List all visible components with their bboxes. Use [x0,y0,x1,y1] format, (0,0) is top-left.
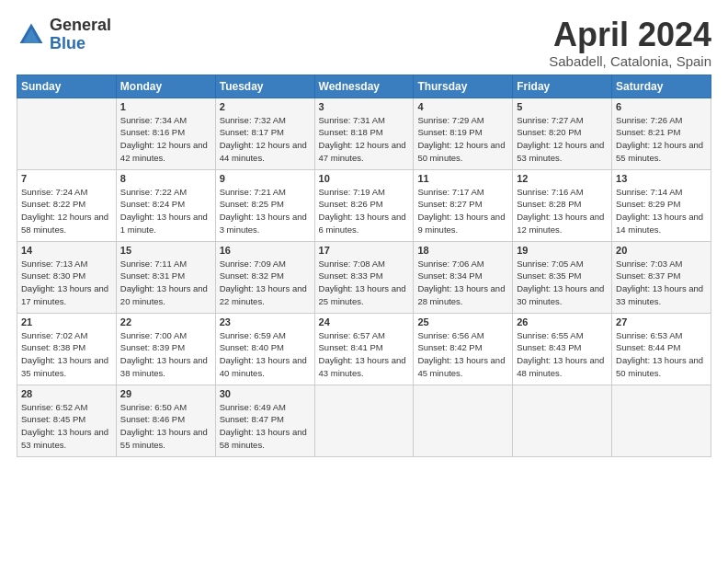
calendar-table: Sunday Monday Tuesday Wednesday Thursday… [17,75,711,457]
day-info: Sunrise: 7:17 AM Sunset: 8:27 PM Dayligh… [417,186,508,236]
cell-0-1: 1 Sunrise: 7:34 AM Sunset: 8:16 PM Dayli… [116,98,215,169]
day-info: Sunrise: 6:57 AM Sunset: 8:41 PM Dayligh… [319,329,410,380]
daylight-text: Daylight: 13 hours and 28 minutes. [417,283,505,306]
daylight-text: Daylight: 13 hours and 3 minutes. [220,212,307,235]
sunset-text: Sunset: 8:35 PM [517,270,581,281]
cell-1-1: 8 Sunrise: 7:22 AM Sunset: 8:24 PM Dayli… [116,169,215,241]
daylight-text: Daylight: 12 hours and 47 minutes. [319,140,406,163]
day-info: Sunrise: 7:08 AM Sunset: 8:33 PM Dayligh… [319,258,410,308]
cell-4-5 [513,385,612,456]
day-info: Sunrise: 7:19 AM Sunset: 8:26 PM Dayligh… [319,186,410,236]
col-thursday: Thursday [414,75,513,98]
daylight-text: Daylight: 13 hours and 45 minutes. [417,355,505,378]
daylight-text: Daylight: 12 hours and 44 minutes. [220,140,307,163]
day-number: 9 [220,173,311,184]
sunrise-text: Sunrise: 7:14 AM [616,187,682,197]
day-info: Sunrise: 6:59 AM Sunset: 8:40 PM Dayligh… [220,329,311,380]
cell-2-1: 15 Sunrise: 7:11 AM Sunset: 8:31 PM Dayl… [116,241,215,313]
daylight-text: Daylight: 12 hours and 55 minutes. [616,140,703,163]
day-info: Sunrise: 7:00 AM Sunset: 8:39 PM Dayligh… [120,329,211,380]
col-tuesday: Tuesday [215,75,314,98]
day-number: 24 [319,316,410,327]
day-number: 26 [517,316,608,327]
sunset-text: Sunset: 8:44 PM [616,342,680,352]
daylight-text: Daylight: 13 hours and 38 minutes. [120,355,208,378]
sunset-text: Sunset: 8:31 PM [120,270,185,281]
day-number: 11 [417,173,508,184]
day-info: Sunrise: 7:26 AM Sunset: 8:21 PM Dayligh… [616,114,707,165]
title-block: April 2024 Sabadell, Catalonia, Spain [549,17,711,69]
day-number: 22 [120,316,211,327]
daylight-text: Daylight: 13 hours and 1 minute. [120,212,208,235]
day-number: 25 [417,316,508,327]
day-info: Sunrise: 7:16 AM Sunset: 8:28 PM Dayligh… [517,186,608,236]
cell-0-2: 2 Sunrise: 7:32 AM Sunset: 8:17 PM Dayli… [215,98,314,169]
daylight-text: Daylight: 13 hours and 20 minutes. [120,283,208,306]
day-info: Sunrise: 7:14 AM Sunset: 8:29 PM Dayligh… [616,186,707,236]
cell-0-3: 3 Sunrise: 7:31 AM Sunset: 8:18 PM Dayli… [314,98,414,169]
sunrise-text: Sunrise: 6:49 AM [220,402,286,412]
day-info: Sunrise: 7:09 AM Sunset: 8:32 PM Dayligh… [220,258,311,308]
sunset-text: Sunset: 8:20 PM [517,127,581,137]
col-wednesday: Wednesday [314,75,414,98]
sunrise-text: Sunrise: 7:32 AM [220,115,286,125]
day-info: Sunrise: 7:21 AM Sunset: 8:25 PM Dayligh… [220,186,311,236]
sunrise-text: Sunrise: 7:03 AM [616,259,682,269]
week-row-0: 1 Sunrise: 7:34 AM Sunset: 8:16 PM Dayli… [17,98,711,169]
day-info: Sunrise: 6:49 AM Sunset: 8:47 PM Dayligh… [220,401,311,452]
daylight-text: Daylight: 13 hours and 12 minutes. [517,212,604,235]
week-row-3: 21 Sunrise: 7:02 AM Sunset: 8:38 PM Dayl… [17,313,711,385]
sunrise-text: Sunrise: 7:13 AM [21,259,87,269]
sunset-text: Sunset: 8:32 PM [220,270,284,281]
sunrise-text: Sunrise: 7:00 AM [120,330,187,340]
day-number: 15 [120,245,211,256]
daylight-text: Daylight: 13 hours and 43 minutes. [319,355,406,378]
daylight-text: Daylight: 13 hours and 33 minutes. [616,283,703,306]
sunrise-text: Sunrise: 6:50 AM [120,402,187,412]
daylight-text: Daylight: 13 hours and 22 minutes. [220,283,307,306]
sunrise-text: Sunrise: 6:56 AM [417,330,483,340]
sunset-text: Sunset: 8:17 PM [220,127,284,137]
day-number: 23 [220,316,311,327]
day-number: 19 [517,245,608,256]
day-info: Sunrise: 7:24 AM Sunset: 8:22 PM Dayligh… [21,186,112,236]
sunset-text: Sunset: 8:46 PM [120,414,185,424]
sunset-text: Sunset: 8:30 PM [21,270,85,281]
cell-1-0: 7 Sunrise: 7:24 AM Sunset: 8:22 PM Dayli… [17,169,117,241]
sunrise-text: Sunrise: 6:52 AM [21,402,87,412]
sunrise-text: Sunrise: 7:02 AM [21,330,87,340]
cell-2-4: 18 Sunrise: 7:06 AM Sunset: 8:34 PM Dayl… [414,241,513,313]
col-saturday: Saturday [612,75,711,98]
day-number: 17 [319,245,410,256]
daylight-text: Daylight: 13 hours and 35 minutes. [21,355,108,378]
week-row-2: 14 Sunrise: 7:13 AM Sunset: 8:30 PM Dayl… [17,241,711,313]
sunrise-text: Sunrise: 7:08 AM [319,259,385,269]
day-info: Sunrise: 7:11 AM Sunset: 8:31 PM Dayligh… [120,258,211,308]
sunrise-text: Sunrise: 6:53 AM [616,330,682,340]
sunset-text: Sunset: 8:16 PM [120,127,185,137]
day-number: 7 [21,173,112,184]
sunrise-text: Sunrise: 7:22 AM [120,187,187,197]
day-info: Sunrise: 6:56 AM Sunset: 8:42 PM Dayligh… [417,329,508,380]
day-number: 29 [120,388,211,399]
day-number: 27 [616,316,707,327]
daylight-text: Daylight: 13 hours and 25 minutes. [319,283,406,306]
cell-3-5: 26 Sunrise: 6:55 AM Sunset: 8:43 PM Dayl… [513,313,612,385]
sunrise-text: Sunrise: 7:05 AM [517,259,583,269]
day-info: Sunrise: 7:34 AM Sunset: 8:16 PM Dayligh… [120,114,211,165]
day-info: Sunrise: 7:31 AM Sunset: 8:18 PM Dayligh… [319,114,410,165]
logo-general: General [50,17,111,35]
sunset-text: Sunset: 8:26 PM [319,199,383,209]
day-number: 1 [120,101,211,112]
sunrise-text: Sunrise: 7:21 AM [220,187,286,197]
cell-2-0: 14 Sunrise: 7:13 AM Sunset: 8:30 PM Dayl… [17,241,117,313]
daylight-text: Daylight: 12 hours and 58 minutes. [21,212,108,235]
day-number: 8 [120,173,211,184]
day-info: Sunrise: 7:29 AM Sunset: 8:19 PM Dayligh… [417,114,508,165]
cell-2-5: 19 Sunrise: 7:05 AM Sunset: 8:35 PM Dayl… [513,241,612,313]
col-friday: Friday [513,75,612,98]
cell-3-1: 22 Sunrise: 7:00 AM Sunset: 8:39 PM Dayl… [116,313,215,385]
cell-0-4: 4 Sunrise: 7:29 AM Sunset: 8:19 PM Dayli… [414,98,513,169]
week-row-1: 7 Sunrise: 7:24 AM Sunset: 8:22 PM Dayli… [17,169,711,241]
sunrise-text: Sunrise: 7:26 AM [616,115,682,125]
